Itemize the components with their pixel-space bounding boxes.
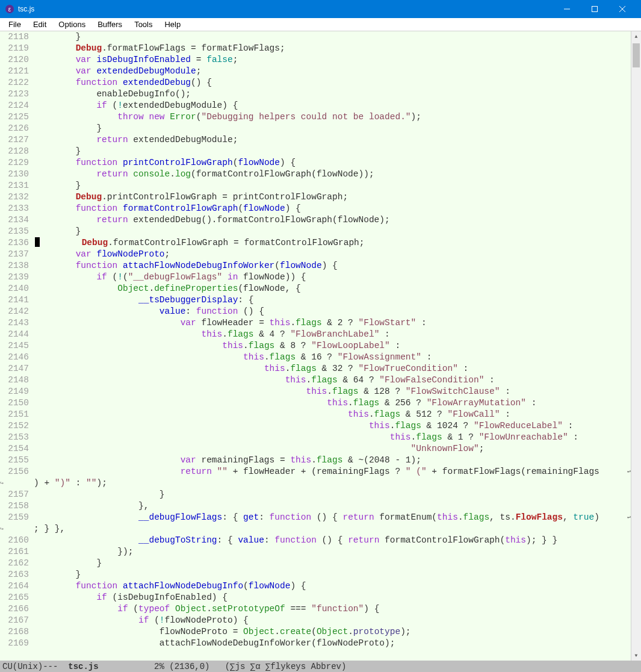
code-line[interactable]: 2143 var flowHeader = this.flags & 2 ? "…	[0, 317, 631, 329]
modeline[interactable]: CU(Unix)--- tsc.js 2% (2136,0) (∑js ∑α ∑…	[0, 661, 641, 672]
code-line[interactable]: 2127 return extendedDebugModule;	[0, 134, 631, 146]
code-line[interactable]: 2167 if (!flowNodeProto) {	[0, 615, 631, 626]
code-line[interactable]: 2131 }	[0, 180, 631, 191]
scrollbar-vertical[interactable]: ▲ ▼	[631, 31, 641, 661]
code-line[interactable]: 2161 });	[0, 546, 631, 558]
code-line[interactable]: 2124 if (!extendedDebugModule) {	[0, 100, 631, 111]
line-number: 2128	[5, 146, 34, 157]
code-line[interactable]: 2123 enableDebugInfo();	[0, 89, 631, 100]
code-line[interactable]: 2164 function attachFlowNodeDebugInfo(fl…	[0, 580, 631, 592]
code-line[interactable]: 2155 var remainingFlags = this.flags & ~…	[0, 455, 631, 466]
editor-area[interactable]: 2118 }2119 Debug.formatFlowFlags = forma…	[0, 31, 631, 661]
code-line[interactable]: 2125 throw new Error("Debugging helpers …	[0, 111, 631, 123]
code-text: function attachFlowNodeDebugInfoWorker(f…	[34, 260, 625, 272]
code-line[interactable]: 2135 }	[0, 226, 631, 237]
code-line[interactable]: 2146 this.flags & 16 ? "FlowAssignment" …	[0, 352, 631, 363]
code-line[interactable]: 2157 }	[0, 489, 631, 500]
code-line[interactable]: 2148 this.flags & 64 ? "FlowFalseConditi…	[0, 375, 631, 386]
code-line[interactable]: 2162 }	[0, 558, 631, 569]
line-number: 2151	[5, 409, 34, 420]
code-line[interactable]: 2165 if (isDebugInfoEnabled) {	[0, 592, 631, 603]
line-number: 2119	[5, 43, 34, 54]
menu-tools[interactable]: Tools	[128, 19, 158, 30]
code-text: __debugFlowFlags: { get: function () { r…	[34, 512, 625, 523]
scroll-down-arrow[interactable]: ▼	[631, 650, 641, 661]
code-line[interactable]: 2138 function attachFlowNodeDebugInfoWor…	[0, 260, 631, 272]
code-line[interactable]: 2150 this.flags & 256 ? "FlowArrayMutati…	[0, 397, 631, 409]
code-text: if (isDebugInfoEnabled) {	[34, 592, 625, 603]
code-line[interactable]: 2130 return console.log(formatControlFlo…	[0, 169, 631, 180]
line-number: 2134	[5, 214, 34, 226]
window-title: tsc.js	[18, 5, 553, 13]
code-line[interactable]: 2145 this.flags & 8 ? "FlowLoopLabel" :	[0, 340, 631, 352]
code-text: }	[34, 123, 625, 134]
scroll-thumb[interactable]	[633, 43, 640, 67]
code-line[interactable]: 2126 }	[0, 123, 631, 134]
code-line[interactable]: 2149 this.flags & 128 ? "FlowSwitchClaus…	[0, 386, 631, 397]
menu-buffers[interactable]: Buffers	[91, 19, 128, 30]
fringe-left: ↪	[0, 478, 5, 489]
code-line[interactable]: 2120 var isDebugInfoEnabled = false;	[0, 54, 631, 66]
code-line[interactable]: 2168 flowNodeProto = Object.create(Objec…	[0, 626, 631, 638]
code-line[interactable]: ↪; } },	[0, 523, 631, 535]
code-line[interactable]: 2128 }	[0, 146, 631, 157]
code-text: this.flags & 32 ? "FlowTrueCondition" :	[34, 363, 625, 375]
code-line[interactable]: 2166 if (typeof Object.setPrototypeOf ==…	[0, 603, 631, 615]
code-line[interactable]: 2118 }	[0, 31, 631, 43]
code-text: }	[34, 558, 625, 569]
maximize-button[interactable]	[581, 0, 608, 18]
code-line[interactable]: 2156 return "" + flowHeader + (remaining…	[0, 466, 631, 478]
code-line[interactable]: 2152 this.flags & 1024 ? "FlowReduceLabe…	[0, 420, 631, 432]
code-line[interactable]: 2154 "UnknownFlow";	[0, 443, 631, 455]
code-line[interactable]: 2147 this.flags & 32 ? "FlowTrueConditio…	[0, 363, 631, 375]
line-number: 2136	[5, 237, 34, 249]
code-text: }	[34, 569, 625, 580]
code-line[interactable]: 2144 this.flags & 4 ? "FlowBranchLabel" …	[0, 329, 631, 340]
line-number: 2127	[5, 134, 34, 146]
line-number: 2122	[5, 77, 34, 89]
line-number: 2154	[5, 443, 34, 455]
code-line[interactable]: 2163 }	[0, 569, 631, 580]
line-number: 2164	[5, 580, 34, 592]
code-line[interactable]: 2129 function printControlFlowGraph(flow…	[0, 157, 631, 169]
code-line[interactable]: 2137 var flowNodeProto;	[0, 249, 631, 260]
code-text: return "" + flowHeader + (remainingFlags…	[34, 466, 625, 478]
code-line[interactable]: 2160 __debugToString: { value: function …	[0, 535, 631, 546]
line-number: 2120	[5, 54, 34, 66]
code-line[interactable]: 2136 Debug.formatControlFlowGraph = form…	[0, 237, 631, 249]
code-line[interactable]: 2159 __debugFlowFlags: { get: function (…	[0, 512, 631, 523]
titlebar[interactable]: ε tsc.js	[0, 0, 641, 18]
code-line[interactable]: 2133 function formatControlFlowGraph(flo…	[0, 203, 631, 214]
close-button[interactable]	[608, 0, 636, 18]
code-line[interactable]: 2122 function extendedDebug() {	[0, 77, 631, 89]
code-line[interactable]: 2169 attachFlowNodeDebugInfoWorker(flowN…	[0, 638, 631, 649]
menu-edit[interactable]: Edit	[27, 19, 52, 30]
code-text: Debug.formatControlFlowGraph = formatCon…	[40, 237, 625, 249]
code-line[interactable]: 2153 this.flags & 1 ? "FlowUnreachable" …	[0, 432, 631, 443]
menu-options[interactable]: Options	[52, 19, 91, 30]
code-line[interactable]: 2140 Object.defineProperties(flowNode, {	[0, 283, 631, 294]
code-line[interactable]: 2121 var extendedDebugModule;	[0, 66, 631, 77]
code-line[interactable]: 2134 return extendedDebug().formatContro…	[0, 214, 631, 226]
line-number: 2148	[5, 375, 34, 386]
line-number: 2159	[5, 512, 34, 523]
line-number: 2123	[5, 89, 34, 100]
code-text: this.flags & 512 ? "FlowCall" :	[34, 409, 625, 420]
code-line[interactable]: 2141 __tsDebuggerDisplay: {	[0, 294, 631, 306]
code-line[interactable]: 2142 value: function () {	[0, 306, 631, 317]
code-text: ; } },	[34, 523, 625, 535]
minimize-button[interactable]	[553, 0, 581, 18]
menu-file[interactable]: File	[2, 19, 27, 30]
line-number: 2160	[5, 535, 34, 546]
code-line[interactable]: 2151 this.flags & 512 ? "FlowCall" :	[0, 409, 631, 420]
line-number: 2169	[5, 638, 34, 649]
scroll-up-arrow[interactable]: ▲	[631, 31, 641, 42]
code-line[interactable]: ↪) + ")" : "");	[0, 478, 631, 489]
code-line[interactable]: 2132 Debug.printControlFlowGraph = print…	[0, 191, 631, 203]
code-text: return console.log(formatControlFlowGrap…	[34, 169, 625, 180]
code-line[interactable]: 2119 Debug.formatFlowFlags = formatFlowF…	[0, 43, 631, 54]
menu-help[interactable]: Help	[158, 19, 187, 30]
code-line[interactable]: 2139 if (!("__debugFlowFlags" in flowNod…	[0, 272, 631, 283]
code-text: var isDebugInfoEnabled = false;	[34, 54, 625, 66]
code-line[interactable]: 2158 },	[0, 500, 631, 512]
